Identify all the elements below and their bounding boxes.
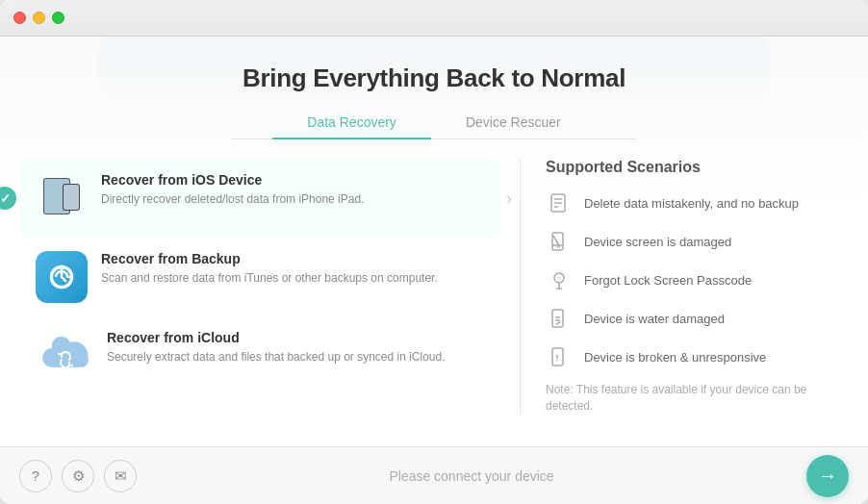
svg-text:?: ?: [557, 276, 561, 283]
help-icon: ?: [32, 467, 39, 484]
backup-text: Recover from Backup Scan and restore dat…: [101, 251, 438, 287]
screen-scenario-icon: [546, 228, 573, 255]
icloud-svg: [37, 335, 92, 377]
scenario-delete: Delete data mistakenly, and no backup: [546, 189, 848, 216]
traffic-lights: [13, 12, 64, 24]
backup-description: Scan and restore data from iTunes or oth…: [101, 270, 438, 287]
backup-icon-bg: [36, 251, 88, 303]
main-content: Bring Everything Back to Normal Data Rec…: [0, 37, 868, 446]
minimize-button[interactable]: [33, 12, 45, 24]
ios-device-icon: [36, 172, 88, 224]
icloud-description: Securely extract data and files that bac…: [107, 349, 446, 365]
maximize-button[interactable]: [52, 12, 64, 24]
app-window: Bring Everything Back to Normal Data Rec…: [0, 0, 868, 504]
scenario-water: Device is water damaged: [546, 305, 848, 332]
screen-icon-svg: [549, 231, 570, 252]
scenario-passcode-label: Forgot Lock Screen Passcode: [584, 273, 752, 288]
scenario-broken-label: Device is broken & unresponsive: [584, 350, 766, 365]
icloud-icon: [36, 330, 93, 382]
scenario-delete-label: Delete data mistakenly, and no backup: [584, 196, 799, 211]
close-button[interactable]: [13, 12, 26, 24]
delete-scenario-icon: [546, 189, 573, 216]
help-button[interactable]: ?: [19, 460, 52, 492]
passcode-scenario-icon: ?: [546, 266, 573, 293]
bottom-bar: ? ⚙ ✉ Please connect your device →: [0, 446, 868, 504]
scenario-passcode: ? Forgot Lock Screen Passcode: [546, 266, 848, 293]
option-ios-device[interactable]: Recover from iOS Device Directly recover…: [20, 159, 500, 238]
connect-device-label: Please connect your device: [389, 468, 553, 484]
chevron-right-icon: ›: [506, 189, 512, 209]
backup-icon: [36, 251, 88, 303]
ios-device-svg: [36, 172, 88, 224]
scenario-screen-label: Device screen is damaged: [584, 235, 731, 249]
option-backup[interactable]: Recover from Backup Scan and restore dat…: [20, 238, 500, 316]
left-column: Recover from iOS Device Directly recover…: [20, 159, 521, 415]
ios-device-description: Directly recover deleted/lost data from …: [101, 191, 364, 208]
status-text: Please connect your device: [389, 468, 553, 484]
ios-device-text: Recover from iOS Device Directly recover…: [101, 172, 364, 208]
ios-device-title: Recover from iOS Device: [101, 172, 364, 188]
backup-title: Recover from Backup: [101, 251, 438, 266]
right-column: Supported Scenarios Delete data mistaken…: [521, 159, 848, 415]
hero-title: Bring Everything Back to Normal: [243, 63, 625, 93]
titlebar: [0, 0, 868, 37]
icloud-text: Recover from iCloud Securely extract dat…: [107, 330, 446, 365]
gear-icon: ⚙: [72, 467, 85, 485]
selected-check-icon: [0, 187, 16, 210]
next-button[interactable]: →: [806, 455, 849, 497]
icloud-title: Recover from iCloud: [107, 330, 446, 345]
tab-device-rescuer[interactable]: Device Rescuer: [431, 107, 596, 139]
scenario-broken: Device is broken & unresponsive: [546, 343, 848, 370]
tab-data-recovery[interactable]: Data Recovery: [272, 107, 431, 139]
svg-line-11: [557, 246, 558, 248]
delete-icon-svg: [549, 192, 570, 214]
water-icon-svg: [549, 308, 570, 329]
water-scenario-icon: [546, 305, 573, 332]
svg-rect-3: [64, 185, 79, 210]
email-icon: ✉: [115, 467, 127, 485]
option-icloud[interactable]: Recover from iCloud Securely extract dat…: [20, 316, 500, 395]
email-button[interactable]: ✉: [104, 460, 137, 492]
broken-scenario-icon: [546, 343, 573, 370]
backup-svg: [46, 262, 77, 292]
two-column-layout: Recover from iOS Device Directly recover…: [20, 159, 848, 415]
scenario-water-label: Device is water damaged: [584, 312, 725, 326]
content-area: Bring Everything Back to Normal Data Rec…: [0, 37, 868, 415]
scenarios-title: Supported Scenarios: [546, 159, 848, 176]
scenario-screen: Device screen is damaged: [546, 228, 848, 255]
bottom-left-actions: ? ⚙ ✉: [19, 460, 137, 492]
passcode-icon-svg: ?: [549, 269, 570, 290]
settings-button[interactable]: ⚙: [62, 460, 94, 492]
next-arrow-icon: →: [818, 465, 837, 487]
scenarios-note: Note: This feature is available if your …: [546, 382, 848, 415]
broken-icon-svg: [549, 346, 570, 367]
tab-bar: Data Recovery Device Rescuer: [232, 107, 636, 139]
